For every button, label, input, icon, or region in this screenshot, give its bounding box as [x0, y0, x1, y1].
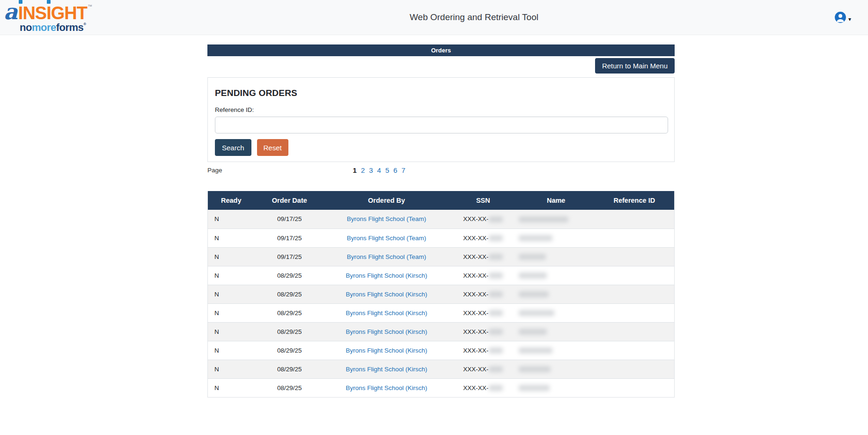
ssn-masked-prefix: XXX-XX- [463, 347, 488, 354]
cell-ready: N [208, 229, 255, 247]
ssn-redacted-blur [489, 216, 503, 222]
ssn-redacted-blur [489, 347, 503, 354]
logo-letter-a: a [4, 2, 18, 22]
app-header: a INSIGHT ™ nomoreforms® Web Ordering an… [0, 0, 868, 35]
ordered-by-link[interactable]: Byrons Flight School (Kirsch) [346, 328, 427, 335]
ordered-by-link[interactable]: Byrons Flight School (Team) [347, 235, 427, 242]
page-label: Page [207, 167, 222, 174]
ssn-masked-prefix: XXX-XX- [463, 366, 488, 373]
chevron-down-icon[interactable]: ▾ [848, 12, 851, 22]
cell-ssn: XXX-XX- [449, 247, 518, 266]
cell-ready: N [208, 285, 255, 303]
column-header-reference-id: Reference ID [595, 191, 675, 210]
column-header-order-date: Order Date [254, 191, 324, 210]
search-button[interactable]: Search [215, 139, 251, 156]
logo-insight-end: GHT [51, 3, 87, 23]
pagination-page-link[interactable]: 6 [393, 166, 397, 174]
person-circle-icon[interactable] [834, 11, 846, 23]
ssn-masked-prefix: XXX-XX- [463, 310, 488, 317]
ordered-by-link[interactable]: Byrons Flight School (Kirsch) [346, 347, 427, 354]
pagination-page-link[interactable]: 4 [377, 166, 381, 174]
ordered-by-link[interactable]: Byrons Flight School (Kirsch) [346, 272, 427, 279]
orders-bar-label: Orders [431, 47, 451, 54]
logo-no: no [20, 22, 32, 33]
cell-order-date: 08/29/25 [254, 360, 324, 378]
table-row: N09/17/25Byrons Flight School (Team)XXX-… [208, 229, 675, 247]
ssn-redacted-blur [489, 329, 503, 335]
cell-ordered-by: Byrons Flight School (Team) [324, 229, 449, 247]
table-row: N08/29/25Byrons Flight School (Kirsch)XX… [208, 285, 675, 303]
logo-more: more [32, 22, 56, 33]
ordered-by-link[interactable]: Byrons Flight School (Team) [347, 215, 427, 222]
ssn-redacted-blur [489, 273, 503, 279]
pagination-page-link[interactable]: 3 [369, 166, 373, 174]
cell-reference-id [595, 303, 675, 322]
ssn-masked-prefix: XXX-XX- [463, 272, 488, 279]
ssn-masked-prefix: XXX-XX- [463, 253, 488, 260]
name-redacted-blur [519, 216, 568, 222]
cell-ready: N [208, 247, 255, 266]
ordered-by-link[interactable]: Byrons Flight School (Kirsch) [346, 291, 427, 298]
ssn-masked-prefix: XXX-XX- [463, 215, 488, 222]
table-row: N08/29/25Byrons Flight School (Kirsch)XX… [208, 360, 675, 378]
ordered-by-link[interactable]: Byrons Flight School (Team) [347, 253, 427, 260]
cell-reference-id [595, 285, 675, 303]
cell-name [518, 378, 595, 397]
ssn-masked-prefix: XXX-XX- [463, 291, 488, 298]
cell-ordered-by: Byrons Flight School (Kirsch) [324, 322, 449, 341]
cell-name [518, 229, 595, 247]
cell-ready: N [208, 303, 255, 322]
pending-orders-panel: PENDING ORDERS Reference ID: Search Rese… [207, 77, 675, 162]
ssn-masked-prefix: XXX-XX- [463, 328, 488, 335]
name-redacted-blur [519, 254, 546, 260]
column-header-ssn: SSN [449, 191, 518, 210]
cell-ssn: XXX-XX- [449, 285, 518, 303]
ordered-by-link[interactable]: Byrons Flight School (Kirsch) [346, 310, 427, 317]
ordered-by-link[interactable]: Byrons Flight School (Kirsch) [346, 384, 427, 391]
cell-ready: N [208, 341, 255, 360]
cell-ordered-by: Byrons Flight School (Kirsch) [324, 341, 449, 360]
cell-name [518, 210, 595, 229]
pagination-links: 1234567 [353, 166, 405, 174]
user-menu-button[interactable]: ▾ [834, 11, 851, 23]
table-row: N08/29/25Byrons Flight School (Kirsch)XX… [208, 322, 675, 341]
ssn-redacted-blur [489, 366, 503, 372]
cell-ordered-by: Byrons Flight School (Team) [324, 247, 449, 266]
reference-id-label: Reference ID: [215, 106, 667, 113]
reference-id-input[interactable] [215, 117, 668, 133]
cell-ready: N [208, 210, 255, 229]
table-header: Ready Order Date Ordered By SSN Name Ref… [208, 191, 675, 210]
cell-name [518, 247, 595, 266]
ssn-redacted-blur [489, 310, 503, 316]
logo-dotted-i: I [46, 3, 51, 23]
pagination-page-link[interactable]: 2 [361, 166, 365, 174]
cell-ordered-by: Byrons Flight School (Kirsch) [324, 378, 449, 397]
name-redacted-blur [519, 385, 550, 391]
logo-line-2: nomoreforms® [4, 22, 114, 33]
pagination-page-link[interactable]: 7 [402, 166, 405, 174]
cell-order-date: 08/29/25 [254, 322, 324, 341]
logo-insight-text: INSIGHT [18, 2, 87, 22]
cell-ssn: XXX-XX- [449, 229, 518, 247]
cell-ordered-by: Byrons Flight School (Kirsch) [324, 303, 449, 322]
pending-orders-table: Ready Order Date Ordered By SSN Name Ref… [207, 191, 675, 398]
trademark-symbol: ™ [88, 2, 92, 9]
cell-ordered-by: Byrons Flight School (Kirsch) [324, 360, 449, 378]
pagination-page-link[interactable]: 5 [385, 166, 389, 174]
cell-ssn: XXX-XX- [449, 341, 518, 360]
name-redacted-blur [519, 235, 552, 241]
cell-ready: N [208, 322, 255, 341]
cell-reference-id [595, 266, 675, 285]
ssn-masked-prefix: XXX-XX- [463, 235, 488, 242]
reset-button[interactable]: Reset [257, 139, 288, 156]
name-redacted-blur [519, 329, 547, 335]
return-to-main-menu-button[interactable]: Return to Main Menu [595, 58, 675, 74]
cell-name [518, 360, 595, 378]
column-header-ready: Ready [208, 191, 255, 210]
ordered-by-link[interactable]: Byrons Flight School (Kirsch) [346, 366, 427, 373]
logo-dotted-i: I [18, 3, 23, 23]
table-row: N08/29/25Byrons Flight School (Kirsch)XX… [208, 378, 675, 397]
cell-ssn: XXX-XX- [449, 303, 518, 322]
registered-symbol: ® [83, 22, 86, 26]
logo-line-1: a INSIGHT ™ [4, 2, 114, 22]
